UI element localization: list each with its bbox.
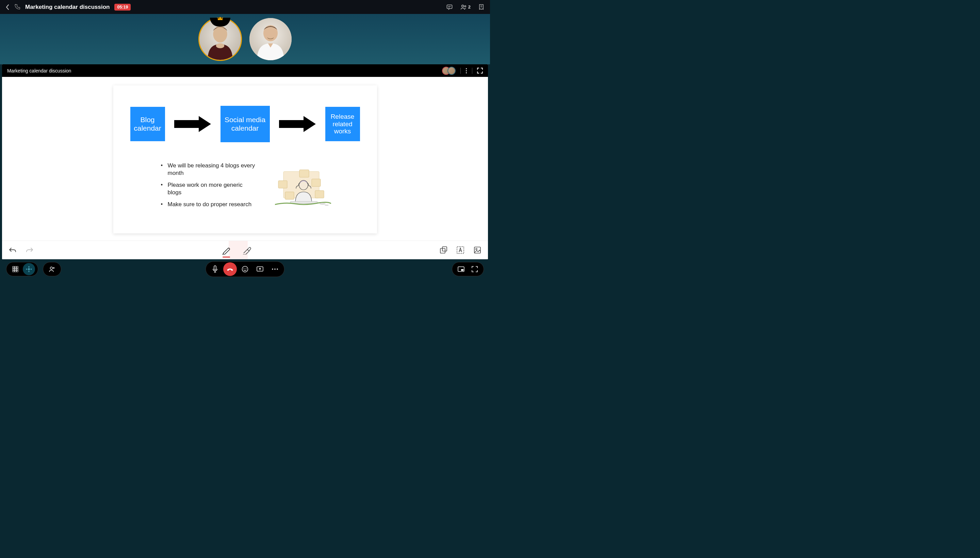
participants-button[interactable]: 2 [460,4,471,11]
svg-rect-41 [214,266,216,270]
bullet-2: Please work on more generic blogs [161,181,256,196]
separator [460,68,461,74]
add-person-pill [43,262,61,276]
share-title: Marketing calendar discussion [7,68,71,74]
wb-left [9,247,33,253]
svg-point-43 [244,268,244,269]
bottom-left [6,262,61,276]
svg-rect-32 [13,271,14,272]
wb-right [440,246,481,254]
highlighter-tool[interactable] [242,246,251,254]
header-left: Marketing calendar discussion 05:19 [5,4,131,11]
avatar-person-2 [250,18,292,60]
notes-icon[interactable] [478,4,484,10]
mini-avatar-2 [448,67,456,75]
svg-rect-34 [17,271,18,272]
svg-rect-0 [447,5,452,8]
svg-point-19 [320,203,326,205]
reactions-button[interactable] [238,262,252,276]
process-box-1: Blog calendar [130,107,165,141]
svg-point-36 [28,266,29,267]
bottom-bar [0,259,490,279]
arrow-2 [279,116,316,132]
svg-rect-30 [15,268,16,270]
shapes-tool[interactable] [440,246,447,254]
svg-point-17 [299,181,308,190]
hangup-button[interactable] [223,262,237,276]
share-area: Marketing calendar discussion Blog calen… [2,64,488,259]
header-right: 2 [446,4,484,11]
participant-count: 2 [468,5,471,10]
svg-rect-33 [15,271,16,272]
svg-point-8 [466,68,467,69]
bullet-1: We will be releasing 4 blogs every month [161,162,256,177]
expand-icon[interactable] [477,68,483,74]
svg-point-25 [476,248,477,250]
svg-rect-31 [17,268,18,270]
share-screen-button[interactable] [253,262,267,276]
svg-point-38 [28,271,29,272]
grid-view-button[interactable] [9,263,21,275]
phone-icon [14,4,20,10]
separator [472,68,472,74]
svg-rect-14 [312,179,320,187]
process-row: Blog calendar Social media calendar Rele… [130,106,360,142]
call-title: Marketing calendar discussion [25,4,110,11]
svg-rect-26 [13,266,14,268]
slide-illustration [275,169,331,208]
svg-point-44 [246,268,246,269]
svg-point-39 [26,268,27,269]
redo-button[interactable] [26,247,33,253]
crown-icon [217,16,223,22]
svg-point-46 [272,268,273,270]
viewer-avatars[interactable] [442,67,456,75]
svg-rect-12 [299,170,309,177]
svg-point-42 [242,266,248,272]
svg-point-35 [28,268,30,270]
svg-point-37 [31,268,32,269]
svg-rect-29 [13,268,14,270]
svg-point-10 [466,72,467,73]
fullscreen-button[interactable] [469,263,481,275]
bullet-3: Make sure to do proper research [161,201,256,208]
more-vertical-icon[interactable] [466,68,467,74]
svg-rect-15 [285,192,294,199]
text-tool[interactable] [456,246,464,254]
svg-rect-50 [461,269,463,271]
back-button[interactable] [5,4,9,10]
svg-point-1 [462,5,464,7]
chat-icon[interactable] [446,4,453,11]
mic-button[interactable] [208,262,222,276]
pen-tool[interactable] [222,246,231,254]
image-tool[interactable] [474,246,481,254]
call-timer: 05:19 [114,4,131,11]
guest-avatar[interactable] [250,18,292,60]
svg-rect-28 [17,266,18,268]
share-header-right [442,67,483,75]
view-controls [6,262,38,276]
svg-rect-13 [278,181,287,188]
process-box-3: Release related works [325,107,360,141]
video-area [0,14,490,64]
arrow-1 [174,116,211,132]
add-person-button[interactable] [46,263,58,275]
whiteboard-toolbar [2,241,488,259]
slide-viewport: Blog calendar Social media calendar Rele… [2,77,488,241]
network-view-button[interactable] [23,263,35,275]
pip-button[interactable] [455,263,467,275]
process-box-2: Social media calendar [220,106,270,142]
host-avatar[interactable] [199,17,242,61]
svg-point-5 [216,43,224,48]
svg-rect-27 [15,266,16,268]
undo-button[interactable] [9,247,16,253]
svg-point-40 [50,267,53,269]
svg-point-20 [325,205,329,206]
svg-rect-22 [442,247,447,251]
more-button[interactable] [268,262,282,276]
svg-point-48 [277,268,278,270]
center-controls [205,261,284,277]
share-header: Marketing calendar discussion [2,64,488,77]
svg-point-2 [465,5,466,7]
header-bar: Marketing calendar discussion 05:19 2 [0,0,490,14]
display-controls [452,262,484,276]
